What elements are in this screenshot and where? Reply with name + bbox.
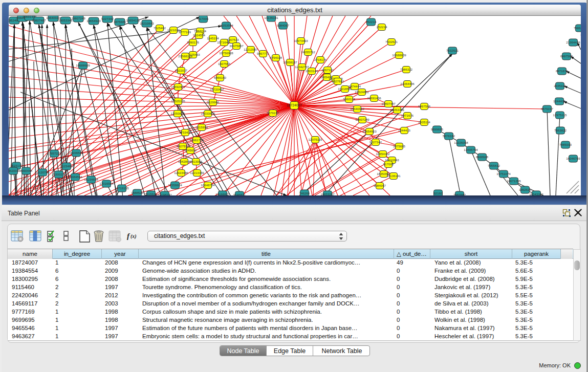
svg-text:19384554: 19384554 (68, 175, 82, 179)
svg-text:9227342: 9227342 (101, 17, 114, 20)
svg-text:917006: 917006 (198, 17, 209, 20)
svg-text:746266: 746266 (299, 191, 310, 195)
svg-text:10654112: 10654112 (126, 18, 140, 22)
svg-text:14136141: 14136141 (264, 16, 278, 19)
svg-text:5878332: 5878332 (443, 134, 455, 138)
svg-text:3267110: 3267110 (321, 68, 334, 72)
svg-text:252214: 252214 (366, 20, 377, 24)
svg-text:7632621: 7632621 (385, 40, 398, 43)
svg-text:23420046: 23420046 (9, 169, 20, 172)
svg-text:1167533: 1167533 (227, 38, 239, 41)
svg-text:16210643: 16210643 (140, 21, 154, 25)
svg-text:12093822: 12093822 (170, 112, 185, 115)
svg-text:19756928: 19756928 (219, 51, 233, 55)
svg-text:7986322: 7986322 (574, 26, 581, 30)
svg-text:9245652: 9245652 (184, 148, 197, 152)
svg-text:9129966: 9129966 (207, 100, 220, 104)
svg-text:18807249: 18807249 (355, 118, 369, 121)
svg-text:1244415: 1244415 (398, 128, 411, 132)
svg-text:14136141: 14136141 (386, 174, 401, 178)
svg-text:62160: 62160 (433, 191, 443, 195)
svg-text:20206535: 20206535 (69, 151, 83, 155)
svg-text:13226058: 13226058 (454, 141, 468, 144)
svg-text:6497568: 6497568 (560, 54, 573, 58)
svg-text:1090176: 1090176 (187, 40, 200, 44)
svg-text:17359924: 17359924 (168, 183, 182, 187)
svg-text:3875685: 3875685 (393, 144, 406, 148)
svg-text:24055712: 24055712 (301, 50, 315, 54)
svg-text:7485003: 7485003 (559, 143, 572, 146)
svg-text:9084067: 9084067 (277, 24, 290, 27)
svg-text:16046769: 16046769 (566, 157, 580, 160)
svg-text:15751074: 15751074 (496, 172, 511, 176)
svg-text:3215958: 3215958 (195, 125, 208, 129)
svg-text:f: f (127, 232, 130, 240)
svg-text:30975867: 30975867 (229, 44, 244, 48)
svg-text:16033809: 16033809 (201, 112, 215, 115)
svg-text:21568129: 21568129 (178, 54, 192, 58)
svg-text:7663822: 7663822 (554, 128, 567, 132)
svg-text:2803144: 2803144 (306, 69, 318, 73)
svg-text:7632621: 7632621 (446, 49, 459, 52)
svg-text:6579197: 6579197 (267, 111, 279, 115)
svg-text:18724007: 18724007 (287, 103, 302, 107)
svg-text:10648764: 10648764 (201, 183, 215, 187)
svg-text:10973493: 10973493 (294, 39, 308, 42)
svg-text:10654112: 10654112 (376, 152, 390, 156)
svg-text:16961758: 16961758 (189, 138, 204, 142)
svg-text:25300235: 25300235 (52, 172, 66, 176)
svg-text:9115460: 9115460 (60, 164, 73, 168)
svg-text:8471676: 8471676 (556, 69, 569, 73)
svg-text:12975115: 12975115 (308, 138, 322, 141)
svg-text:16154838: 16154838 (84, 178, 98, 181)
svg-text:2718176: 2718176 (314, 58, 327, 61)
svg-text:3660124: 3660124 (343, 97, 356, 101)
svg-text:1145194: 1145194 (207, 36, 219, 40)
svg-text:9227342: 9227342 (369, 140, 382, 144)
svg-text:16353594: 16353594 (219, 24, 233, 27)
svg-text:17957225: 17957225 (47, 151, 61, 155)
svg-text:(x): (x) (130, 233, 137, 239)
svg-text:19654923: 19654923 (86, 19, 101, 23)
svg-text:7625402: 7625402 (154, 26, 166, 30)
svg-text:9777169: 9777169 (179, 30, 191, 34)
svg-text:12213369: 12213369 (190, 171, 204, 174)
svg-text:252214: 252214 (377, 25, 387, 29)
svg-text:2935114: 2935114 (554, 84, 566, 87)
svg-text:7986322: 7986322 (400, 68, 413, 71)
svg-text:1615132: 1615132 (10, 164, 23, 167)
svg-text:6579197: 6579197 (541, 107, 554, 111)
svg-text:8990448: 8990448 (20, 169, 33, 172)
svg-text:2935114: 2935114 (418, 120, 430, 124)
svg-text:12923446: 12923446 (174, 171, 188, 174)
svg-text:9242848: 9242848 (178, 160, 191, 163)
svg-text:1621022: 1621022 (167, 28, 180, 32)
svg-text:12975115: 12975115 (553, 113, 567, 117)
svg-text:21364436: 21364436 (566, 40, 580, 44)
svg-text:15720407: 15720407 (210, 87, 224, 91)
svg-text:3624554: 3624554 (193, 33, 206, 37)
svg-text:9857771: 9857771 (257, 52, 270, 55)
svg-text:12505135: 12505135 (171, 99, 185, 103)
svg-text:6322037: 6322037 (175, 69, 188, 72)
svg-text:8813054: 8813054 (190, 160, 203, 163)
svg-text:19654923: 19654923 (362, 129, 377, 133)
svg-text:29053346: 29053346 (390, 108, 404, 112)
svg-text:16120746: 16120746 (35, 170, 50, 174)
svg-text:12342737: 12342737 (295, 65, 309, 69)
svg-text:3875685: 3875685 (114, 20, 126, 24)
svg-text:17016504: 17016504 (99, 182, 114, 185)
svg-text:1362615: 1362615 (519, 188, 532, 191)
svg-text:10719155: 10719155 (115, 186, 129, 190)
svg-text:6497568: 6497568 (418, 104, 431, 108)
svg-text:1607553: 1607553 (218, 62, 231, 65)
svg-text:917006: 917006 (383, 162, 394, 166)
svg-text:21364436: 21364436 (400, 82, 415, 85)
svg-text:6794028: 6794028 (270, 56, 282, 59)
svg-text:10671355: 10671355 (507, 179, 521, 183)
svg-text:12213967: 12213967 (244, 48, 258, 51)
svg-text:13495794: 13495794 (464, 148, 478, 151)
svg-text:20691406: 20691406 (367, 96, 381, 100)
svg-text:18807249: 18807249 (71, 16, 85, 20)
svg-text:9084067: 9084067 (374, 184, 386, 187)
